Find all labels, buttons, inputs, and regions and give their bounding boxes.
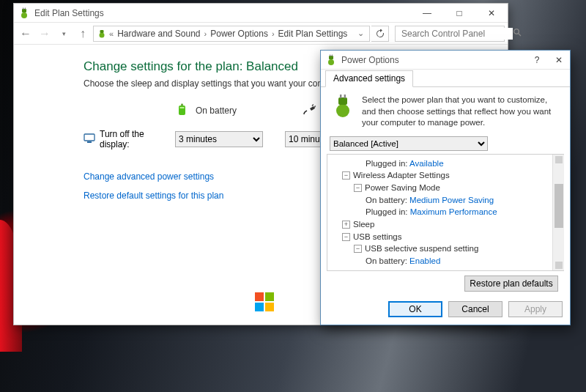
tree-value[interactable]: Medium Power Saving (409, 196, 494, 204)
refresh-button[interactable] (371, 26, 389, 42)
nav-toolbar: ← → ▾ ↑ « Hardware and Sound › Power Opt… (14, 23, 508, 45)
tree-label: Plugged in: (366, 207, 408, 216)
tree-node[interactable]: USB settings (353, 232, 401, 241)
collapse-icon[interactable]: − (342, 171, 350, 180)
svg-rect-17 (330, 54, 330, 56)
tree-node[interactable]: Sleep (353, 220, 374, 229)
svg-rect-2 (23, 7, 23, 10)
svg-rect-21 (340, 95, 341, 98)
power-options-dialog: Power Options ? ✕ Advanced settings Sele… (320, 50, 571, 325)
svg-rect-8 (179, 106, 185, 115)
tree-value[interactable]: Enabled (409, 256, 440, 265)
recent-dropdown[interactable]: ▾ (55, 25, 73, 42)
turn-off-display-label: Turn off the display: (100, 129, 175, 149)
svg-rect-13 (84, 134, 94, 141)
svg-rect-18 (332, 54, 333, 56)
svg-rect-20 (338, 97, 347, 105)
on-battery-header: On battery (196, 106, 237, 116)
dialog-titlebar[interactable]: Power Options ? ✕ (321, 51, 570, 70)
chevron-right-icon: › (202, 29, 209, 38)
search-box[interactable] (395, 26, 505, 42)
dialog-title: Power Options (341, 55, 526, 65)
main-titlebar[interactable]: Edit Plan Settings — □ ✕ (14, 4, 508, 23)
breadcrumb-seg[interactable]: Power Options (209, 29, 270, 39)
battery-icon (175, 102, 190, 119)
tree-label: Plugged in: (366, 159, 408, 168)
scrollbar-thumb[interactable] (555, 184, 563, 228)
up-button[interactable]: ↑ (74, 25, 92, 42)
chevron-icon: « (107, 29, 116, 38)
tree-value[interactable]: Maximum Performance (410, 207, 497, 216)
tree-node[interactable]: USB selective suspend setting (365, 244, 478, 253)
maximize-button[interactable]: □ (443, 4, 475, 23)
breadcrumb[interactable]: « Hardware and Sound › Power Options › E… (93, 26, 370, 42)
power-options-icon (18, 7, 30, 19)
search-input[interactable] (400, 28, 513, 40)
cancel-button[interactable]: Cancel (448, 301, 502, 317)
settings-tree: Plugged in: Available −Wireless Adapter … (327, 154, 564, 271)
turn-off-display-battery-select[interactable]: 3 minutes (175, 131, 263, 147)
svg-rect-22 (344, 95, 346, 98)
forward-button[interactable]: → (36, 25, 53, 42)
collapse-icon[interactable]: − (354, 245, 362, 253)
chevron-down-icon[interactable]: ⌄ (355, 29, 366, 38)
dialog-description: Select the power plan that you want to c… (362, 95, 560, 129)
apply-button: Apply (508, 301, 563, 317)
power-options-icon (325, 54, 337, 66)
dialog-tabstrip: Advanced settings (321, 70, 570, 87)
tree-node[interactable]: Wireless Adapter Settings (353, 171, 450, 180)
svg-rect-3 (25, 7, 26, 10)
main-window-title: Edit Plan Settings (34, 8, 411, 18)
svg-rect-1 (22, 9, 26, 12)
expand-icon[interactable]: + (342, 221, 350, 229)
collapse-icon[interactable]: − (342, 233, 350, 241)
restore-plan-defaults-button[interactable]: Restore plan defaults (464, 275, 558, 292)
advanced-settings-tab[interactable]: Advanced settings (325, 70, 413, 87)
power-plan-icon (331, 95, 355, 118)
tree-label: On battery: (366, 196, 407, 204)
tree-label: On battery: (366, 256, 407, 265)
chevron-right-icon: › (270, 29, 277, 38)
svg-line-7 (519, 34, 521, 36)
svg-rect-11 (312, 104, 314, 106)
svg-point-6 (514, 29, 519, 34)
display-icon (84, 133, 95, 147)
tree-scrollbar[interactable] (552, 155, 564, 270)
close-button[interactable]: ✕ (475, 4, 508, 23)
tree-label: Plugged in: (366, 269, 408, 270)
svg-rect-16 (329, 56, 333, 59)
svg-point-0 (21, 12, 27, 18)
tree-node[interactable]: Power Saving Mode (365, 183, 440, 192)
breadcrumb-icon (97, 29, 107, 39)
svg-rect-10 (180, 107, 185, 108)
dialog-close-button[interactable]: ✕ (548, 51, 570, 70)
svg-rect-5 (100, 30, 104, 33)
breadcrumb-seg[interactable]: Hardware and Sound (116, 29, 201, 39)
svg-point-4 (100, 32, 105, 37)
tree-value[interactable]: Available (409, 159, 443, 168)
breadcrumb-seg[interactable]: Edit Plan Settings (277, 29, 349, 39)
power-plan-select[interactable]: Balanced [Active] (330, 136, 488, 151)
ok-button[interactable]: OK (388, 301, 442, 317)
collapse-icon[interactable]: − (354, 184, 362, 192)
microsoft-logo (255, 292, 274, 311)
svg-rect-9 (181, 104, 183, 106)
help-button[interactable]: ? (526, 51, 548, 70)
minimize-button[interactable]: — (411, 4, 443, 23)
svg-rect-14 (87, 141, 92, 143)
svg-point-15 (328, 59, 334, 65)
plug-icon (303, 102, 317, 119)
back-button[interactable]: ← (17, 25, 34, 42)
svg-point-19 (336, 104, 349, 117)
tree-value[interactable]: Enabled (410, 269, 441, 270)
search-icon[interactable] (513, 28, 522, 39)
